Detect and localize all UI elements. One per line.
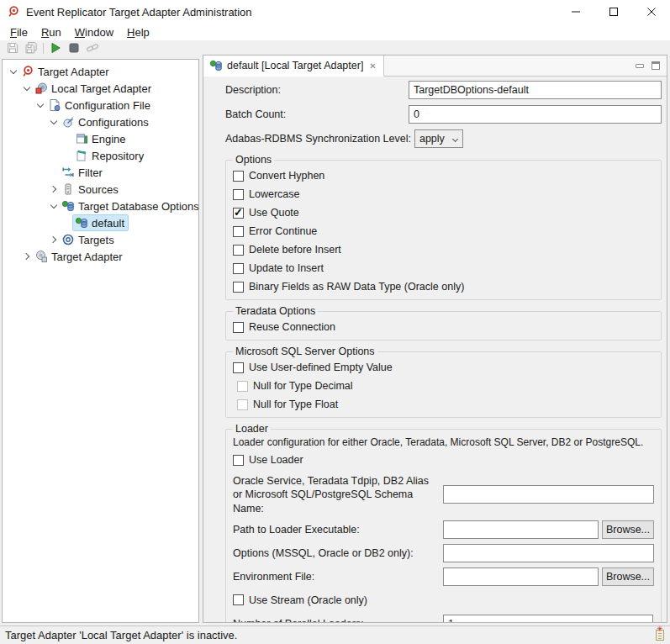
menu-run[interactable]: Run (34, 24, 68, 40)
tree-item-repository[interactable]: Repository (3, 147, 198, 164)
repository-icon (75, 149, 88, 162)
tree-item-configuration-file[interactable]: Configuration File (3, 97, 198, 113)
checkbox-use-loader[interactable]: Use Loader (233, 451, 654, 469)
tree-item-label: Target Database Options (78, 200, 199, 213)
close-icon (646, 7, 657, 17)
tree-item-filter[interactable]: Filter (3, 164, 198, 181)
navigation-tree: Target Adapter Local Target Adapter Conf… (2, 59, 199, 623)
tree-item-local-target-adapter[interactable]: Local Target Adapter (3, 80, 198, 97)
tree-item-label: Sources (78, 183, 119, 196)
checkbox-reuse-connection[interactable]: Reuse Connection (233, 318, 654, 336)
expander-icon[interactable] (21, 82, 33, 94)
window-title: Event Replicator Target Adapter Administ… (26, 6, 252, 18)
checkbox-lowercase[interactable]: Lowercase (233, 185, 654, 203)
minimize-icon (571, 7, 581, 17)
schema-name-input[interactable] (443, 485, 654, 504)
checkbox-label: Convert Hyphen (249, 170, 324, 182)
loader-options-input[interactable] (443, 544, 654, 562)
expander-icon[interactable] (34, 99, 46, 111)
maximize-view-button[interactable] (652, 61, 660, 70)
parallel-loaders-input[interactable] (443, 615, 653, 622)
loader-path-browse-button[interactable]: Browse... (602, 520, 654, 539)
tree-item-label: Targets (78, 234, 114, 246)
maximize-window-button[interactable] (594, 0, 632, 24)
tree-item-engine[interactable]: Engine (3, 130, 198, 147)
tree-item-label: Target Adapter (38, 66, 109, 78)
targets-icon (61, 233, 75, 246)
sync-level-dropdown[interactable]: apply (414, 129, 463, 148)
checkbox-use-quote[interactable]: Use Quote (233, 203, 654, 222)
checkbox-icon (233, 263, 244, 274)
tab-close-icon[interactable] (367, 61, 377, 71)
app-target-adapter-icon (7, 5, 20, 18)
minimize-window-button[interactable] (557, 0, 594, 24)
configuration-file-icon (48, 98, 61, 112)
tab-default-local-target-adapter[interactable]: default [Local Target Adapter] (203, 55, 384, 77)
checkbox-label: Binary Fields as RAW Data Type (Oracle o… (249, 281, 464, 293)
title-bar: Event Replicator Target Adapter Administ… (0, 0, 670, 24)
engine-icon (75, 132, 88, 145)
checkbox-icon (237, 381, 248, 392)
tree-item-label: Repository (92, 150, 144, 162)
checkbox-convert-hyphen[interactable]: Convert Hyphen (233, 166, 654, 185)
mssql-options-group: Microsoft SQL Server Options Use User-de… (225, 346, 662, 418)
checkbox-icon (233, 245, 244, 256)
options-group-title: Options (233, 154, 274, 166)
tree-item-configurations[interactable]: Configurations (3, 113, 198, 130)
loader-path-input[interactable] (443, 520, 599, 539)
expander-icon[interactable] (48, 234, 60, 245)
tree-item-default[interactable]: default (3, 214, 198, 231)
description-input[interactable] (409, 81, 662, 99)
tree-item-sources[interactable]: Sources (3, 181, 198, 198)
tree-item-target-adapter-2[interactable]: Target Adapter (3, 248, 198, 265)
sources-icon (61, 182, 75, 196)
checkbox-icon (233, 171, 244, 182)
tree-item-label: Target Adapter (51, 251, 123, 263)
expander-icon[interactable] (48, 200, 60, 212)
minimize-view-icon (636, 64, 644, 68)
environment-file-label: Environment File: (233, 570, 443, 583)
checkbox-label: Use Loader (249, 454, 303, 466)
mssql-group-title: Microsoft SQL Server Options (233, 346, 377, 357)
expander-icon[interactable] (48, 116, 60, 128)
maximize-icon (609, 7, 619, 17)
checkbox-binary-fields-raw[interactable]: Binary Fields as RAW Data Type (Oracle o… (233, 277, 654, 296)
notification-icon[interactable] (656, 630, 664, 641)
checkbox-error-continue[interactable]: Error Continue (233, 222, 654, 240)
checkbox-icon (233, 208, 244, 219)
checkbox-use-stream[interactable]: Use Stream (Oracle only) (233, 591, 654, 610)
tree-item-target-database-options[interactable]: Target Database Options (3, 198, 198, 214)
chevron-down-icon (452, 136, 458, 142)
menu-help[interactable]: Help (120, 24, 156, 40)
environment-file-input[interactable] (443, 567, 599, 586)
expander-icon[interactable] (8, 66, 19, 77)
tree-item-targets[interactable]: Targets (3, 231, 198, 248)
expander-icon[interactable] (21, 251, 33, 262)
checkbox-update-to-insert[interactable]: Update to Insert (233, 259, 654, 277)
sync-level-value: apply (419, 133, 445, 145)
tree-item-target-adapter[interactable]: Target Adapter (3, 63, 198, 80)
editor-pane: default [Local Target Adapter] Descripti… (203, 55, 667, 623)
minimize-view-button[interactable] (636, 64, 644, 68)
teradata-group-title: Teradata Options (233, 305, 318, 317)
checkbox-delete-before-insert[interactable]: Delete before Insert (233, 240, 654, 259)
batch-count-input[interactable] (409, 105, 662, 124)
target-db-options-icon (209, 59, 223, 72)
checkbox-icon (233, 594, 244, 605)
maximize-view-icon (652, 61, 660, 70)
checkbox-label: Null for Type Float (253, 399, 338, 410)
tree-item-label: Local Target Adapter (51, 82, 151, 95)
schema-name-label: Oracle Service, Teradata Tdpip, DB2 Alia… (233, 474, 443, 515)
checkbox-icon (233, 362, 244, 373)
checkbox-user-defined-empty-value[interactable]: Use User-defined Empty Value (233, 358, 654, 377)
tab-strip-filler (384, 55, 629, 76)
environment-file-browse-button[interactable]: Browse... (602, 567, 654, 586)
close-window-button[interactable] (632, 0, 670, 24)
menu-window[interactable]: Window (68, 24, 120, 40)
batch-count-label: Batch Count: (225, 108, 409, 120)
menu-bar: File Run Window Help (0, 24, 670, 40)
stop-icon (67, 41, 81, 55)
target-db-options-icon (61, 199, 75, 213)
expander-icon[interactable] (48, 183, 60, 195)
menu-file[interactable]: File (3, 24, 34, 40)
